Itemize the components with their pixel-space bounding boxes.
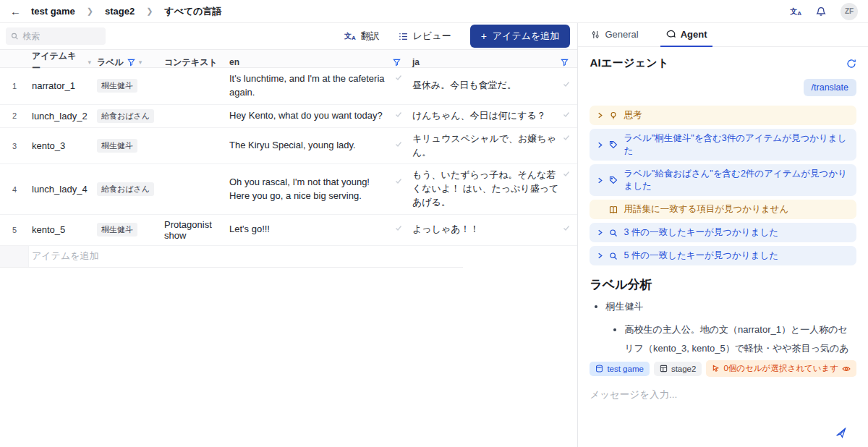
search-icon — [609, 229, 618, 237]
label-badge: 桐生健斗 — [97, 139, 137, 153]
analysis-list: 桐生健斗 高校生の主人公。地の文（narrator_1）と一人称のセリフ（ken… — [590, 300, 856, 354]
check-icon — [395, 224, 402, 231]
avatar[interactable]: ZF — [841, 3, 858, 20]
search-input[interactable] — [22, 31, 101, 41]
sort-caret-icon[interactable]: ▾ — [139, 59, 142, 66]
key-cell[interactable]: lunch_lady_2 — [29, 106, 94, 126]
breadcrumb-languages[interactable]: すべての言語 — [164, 5, 221, 18]
message-input[interactable] — [590, 389, 856, 400]
label-badge: 桐生健斗 — [97, 79, 137, 93]
en-cell[interactable]: Let's go!!! — [226, 218, 409, 241]
column-header-en[interactable]: en — [226, 57, 409, 67]
chevron-right-icon[interactable] — [597, 252, 603, 259]
search-box[interactable] — [6, 27, 106, 45]
context-cell[interactable]: Protagonist show — [161, 215, 226, 245]
chevron-right-icon[interactable] — [597, 177, 603, 184]
column-header-label[interactable]: ラベル ▾ — [94, 56, 161, 69]
context-chip-sheet[interactable]: stage2 — [654, 362, 702, 376]
agent-step-key-match[interactable]: 3 件の一致したキーが見つかりました — [590, 223, 856, 242]
filter-funnel-icon[interactable] — [127, 59, 135, 67]
en-cell[interactable]: The Kiryu Special, young lady. — [226, 135, 409, 157]
bell-icon[interactable] — [816, 7, 826, 17]
translate-button[interactable]: 文A 翻訳 — [344, 30, 380, 43]
check-icon — [395, 74, 402, 81]
context-cell[interactable] — [161, 111, 226, 120]
context-cell[interactable] — [161, 82, 226, 90]
filter-funnel-icon[interactable] — [561, 59, 569, 67]
breadcrumb-project[interactable]: test game — [31, 6, 75, 17]
key-cell[interactable]: kento_5 — [29, 220, 94, 239]
agent-step-glossary[interactable]: 用語集に一致する項目が見つかりません — [590, 200, 856, 219]
label-cell[interactable]: 桐生健斗 — [94, 74, 161, 97]
tab-agent[interactable]: Agent — [666, 29, 707, 46]
column-header-ja[interactable]: ja — [409, 57, 577, 67]
eye-icon[interactable] — [842, 365, 851, 373]
check-icon — [395, 140, 402, 148]
translate-icon: 文A — [344, 31, 356, 41]
key-cell[interactable]: lunch_lady_4 — [29, 179, 94, 199]
row-number[interactable]: 1 — [0, 82, 29, 90]
agent-conversation: AIエージェント /translate 思考 ラベル"桐生健斗"を含む3件のアイ… — [578, 47, 868, 354]
context-chip-project[interactable]: test game — [590, 362, 650, 376]
analysis-heading: ラベル分析 — [590, 276, 856, 293]
grid-area: 文A 翻訳 レビュー + アイテムを追加 アイテムキー — [0, 23, 577, 447]
lightbulb-icon — [609, 111, 618, 120]
context-cell[interactable] — [161, 142, 226, 150]
check-icon — [563, 170, 570, 177]
chevron-right-icon[interactable] — [597, 229, 603, 236]
command-chip[interactable]: /translate — [804, 79, 856, 96]
refresh-icon[interactable] — [846, 59, 856, 69]
panel-title: AIエージェント — [590, 56, 668, 70]
analysis-detail: 高校生の主人公。地の文（narrator_1）と一人称のセリフ（kento_3,… — [624, 320, 856, 354]
check-icon — [563, 224, 570, 231]
label-cell[interactable]: 給食おばさん — [94, 105, 161, 127]
label-badge: 給食おばさん — [97, 182, 154, 196]
label-badge: 給食おばさん — [97, 109, 154, 123]
row-number[interactable]: 5 — [0, 226, 29, 234]
tag-icon — [609, 176, 618, 184]
agent-step-label-match[interactable]: ラベル"桐生健斗"を含む3件のアイテムが見つかりました — [590, 129, 856, 161]
ja-cell[interactable]: よっしゃあ！！ — [409, 218, 577, 241]
search-icon — [11, 32, 18, 41]
context-chip-selection[interactable]: 0個のセルが選択されています — [706, 360, 856, 377]
cursor-icon — [712, 365, 720, 372]
label-cell[interactable]: 桐生健斗 — [94, 135, 161, 157]
review-button[interactable]: レビュー — [399, 30, 451, 43]
row-number[interactable]: 4 — [0, 185, 29, 194]
check-icon — [563, 80, 570, 88]
table-row: 3 kento_3 桐生健斗 The Kiryu Special, young … — [0, 128, 577, 165]
add-item-row[interactable]: アイテムを追加 — [0, 246, 463, 268]
en-cell[interactable]: Oh you rascal, I'm not that young! Here … — [226, 171, 409, 208]
filter-funnel-icon[interactable] — [393, 59, 401, 67]
table-row: 4 lunch_lady_4 給食おばさん Oh you rascal, I'm… — [0, 164, 577, 215]
row-number[interactable]: 3 — [0, 142, 29, 150]
send-icon[interactable] — [835, 427, 846, 438]
key-cell[interactable]: kento_3 — [29, 136, 94, 156]
column-header-context[interactable]: コンテキスト — [161, 56, 226, 69]
agent-step-thinking[interactable]: 思考 — [590, 106, 856, 125]
context-cell[interactable] — [161, 185, 226, 194]
label-cell[interactable]: 給食おばさん — [94, 178, 161, 200]
row-number[interactable]: 2 — [0, 111, 29, 120]
chevron-right-icon[interactable] — [597, 112, 603, 119]
chevron-right-icon[interactable] — [597, 142, 603, 148]
ja-cell[interactable]: けんちゃん、今日は何にする？ — [409, 105, 577, 127]
add-item-button[interactable]: + アイテムを追加 — [470, 25, 571, 48]
agent-step-key-match[interactable]: 5 件の一致したキーが見つかりました — [590, 246, 856, 265]
ja-cell[interactable]: 昼休み。今日も食堂だ。 — [409, 74, 577, 97]
label-cell[interactable]: 桐生健斗 — [94, 218, 161, 241]
key-cell[interactable]: narrator_1 — [29, 76, 94, 95]
check-icon — [395, 177, 402, 184]
agent-step-label-match[interactable]: ラベル"給食おばさん"を含む2件のアイテムが見つかりました — [590, 164, 856, 196]
en-cell[interactable]: Hey Kento, what do you want today? — [226, 105, 409, 127]
sort-caret-icon[interactable]: ▾ — [88, 59, 91, 66]
breadcrumb-stage[interactable]: stage2 — [105, 6, 135, 17]
plus-icon: + — [481, 33, 487, 40]
language-translate-icon[interactable]: 文A — [790, 7, 801, 17]
checklist-icon — [399, 32, 408, 41]
ja-cell[interactable]: もう、いたずらっ子ね。そんな若くないよ！ はい、たっぷり盛ってあげる。 — [409, 164, 577, 214]
back-arrow-icon[interactable]: ← — [10, 5, 21, 17]
tab-general[interactable]: General — [591, 29, 638, 46]
en-cell[interactable]: It's lunchtime, and I'm at the cafeteria… — [226, 68, 409, 104]
ja-cell[interactable]: キリュウスペシャルで、お嬢ちゃん。 — [409, 128, 577, 164]
